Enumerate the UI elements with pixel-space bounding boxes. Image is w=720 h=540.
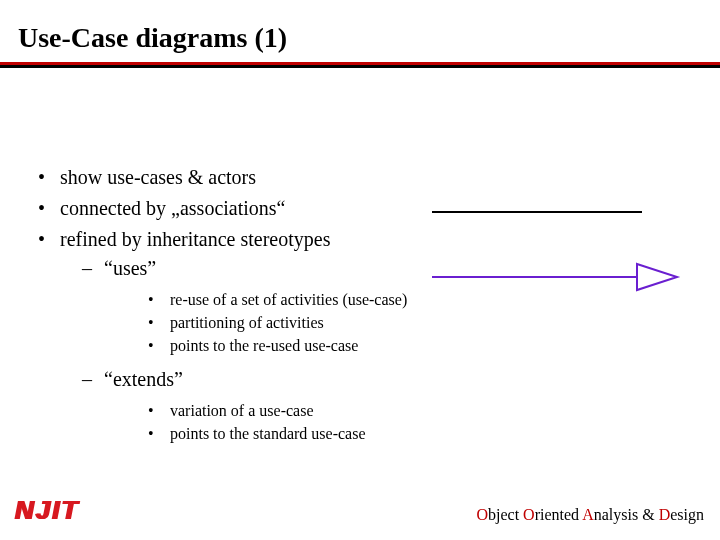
bullet-level2: “extends” variation of a use-case points…: [60, 366, 678, 445]
bullet-text: “uses”: [104, 257, 156, 279]
footer-part: riented: [535, 506, 583, 523]
bullet-text: re-use of a set of activities (use-case): [170, 291, 407, 308]
footer-accent: A: [582, 506, 594, 523]
footer-part: esign: [670, 506, 704, 523]
footer-accent: O: [476, 506, 488, 523]
bullet-level3: partitioning of activities: [104, 311, 678, 334]
bullet-text: “extends”: [104, 368, 183, 390]
footer-part: nalysis &: [594, 506, 659, 523]
slide-title: Use-Case diagrams (1): [18, 22, 287, 54]
bullet-text: points to the standard use-case: [170, 425, 366, 442]
bullet-text: points to the re-used use-case: [170, 337, 358, 354]
association-arrow-diagram: [422, 192, 682, 302]
bullet-level3: variation of a use-case: [104, 399, 678, 422]
bullet-text: partitioning of activities: [170, 314, 324, 331]
bullet-text: refined by inheritance stereotypes: [60, 228, 330, 250]
bullet-text: connected by „associations“: [60, 197, 285, 219]
bullet-level1: show use-cases & actors: [38, 164, 678, 191]
inheritance-arrow-head-icon: [637, 264, 677, 290]
bullet-level3: points to the re-used use-case: [104, 334, 678, 357]
njit-logo: NJIT: [14, 495, 78, 526]
bullet-text: show use-cases & actors: [60, 166, 256, 188]
footer-part: bject: [488, 506, 523, 523]
bullet-level3: points to the standard use-case: [104, 422, 678, 445]
footer-text: Object Oriented Analysis & Design: [476, 506, 704, 524]
title-rule: [0, 62, 720, 68]
bullet-text: variation of a use-case: [170, 402, 313, 419]
footer-accent: O: [523, 506, 535, 523]
footer-accent: D: [659, 506, 671, 523]
